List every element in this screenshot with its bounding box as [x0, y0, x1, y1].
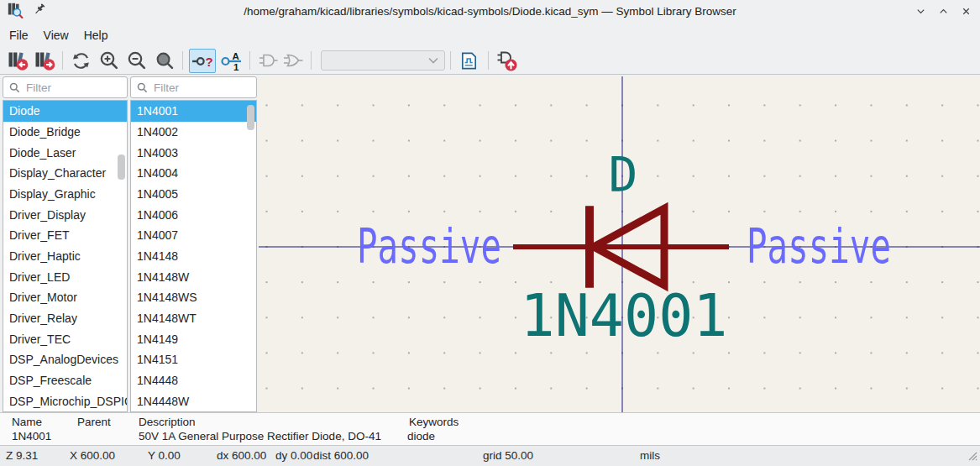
- svg-text:?: ?: [206, 54, 213, 68]
- library-filter-input[interactable]: [3, 76, 128, 98]
- zoom-out-icon: [126, 50, 148, 71]
- menu-view[interactable]: View: [36, 25, 76, 45]
- main-area: Diode Diode_Bridge Diode_Laser Display_C…: [0, 75, 980, 412]
- svg-text:1: 1: [233, 62, 239, 72]
- menu-file[interactable]: File: [2, 25, 36, 45]
- pin-numbers-icon: A 1: [220, 49, 244, 72]
- symbol-list-item[interactable]: 1N4148W: [131, 266, 256, 287]
- symbol-value: 1N4001: [521, 282, 728, 350]
- symbol-list-item[interactable]: 1N4003: [131, 142, 256, 163]
- books-right-arrow-icon: [34, 50, 56, 71]
- show-pin-electrical-type-toggle[interactable]: ?: [189, 49, 216, 73]
- info-header-parent: Parent: [77, 416, 111, 428]
- schematic-canvas[interactable]: D Passive Passive 1N4001: [259, 76, 980, 412]
- status-zoom: Z 9.31: [6, 449, 38, 462]
- zoom-out-button[interactable]: [125, 49, 149, 72]
- zoom-fit-button[interactable]: [153, 49, 176, 72]
- library-list-item[interactable]: Driver_TEC: [3, 328, 127, 349]
- menu-bar: File View Help: [0, 23, 980, 47]
- symbol-list-item[interactable]: 1N4448: [131, 370, 256, 391]
- symbol-list-item[interactable]: 1N4001: [131, 101, 256, 122]
- close-button[interactable]: [960, 6, 972, 18]
- library-list-item[interactable]: Display_Graphic: [3, 184, 127, 205]
- maximize-button[interactable]: [937, 6, 949, 18]
- symbol-list-item[interactable]: 1N4007: [131, 225, 256, 246]
- show-pin-numbers-toggle[interactable]: A 1: [220, 49, 244, 72]
- library-list-item[interactable]: Driver_LED: [3, 266, 127, 287]
- library-list-item[interactable]: Diode_Bridge: [3, 122, 127, 143]
- or-gate-icon: [281, 50, 305, 71]
- library-list-item[interactable]: Driver_FET: [3, 225, 127, 246]
- demorgan-alternate-button[interactable]: [281, 49, 305, 72]
- library-list-item[interactable]: Diode_Laser: [3, 142, 127, 163]
- status-dy: dy 0.00: [275, 449, 312, 462]
- library-list-item[interactable]: Driver_Relay: [3, 308, 127, 329]
- library-list-item[interactable]: Driver_Display: [3, 204, 127, 225]
- search-icon: [137, 81, 148, 97]
- resize-grip-icon[interactable]: [966, 449, 977, 463]
- status-dx: dx 600.00: [217, 449, 266, 462]
- add-symbol-to-schematic-button[interactable]: [495, 49, 518, 72]
- menu-help[interactable]: Help: [76, 25, 116, 45]
- refresh-button[interactable]: [69, 49, 92, 72]
- symbol-list-item[interactable]: 1N4005: [131, 184, 256, 205]
- symbol-list-scrollbar[interactable]: [247, 105, 254, 130]
- unit-selector-dropdown[interactable]: [321, 50, 445, 71]
- symbol-list-item[interactable]: 1N4448W: [131, 390, 256, 411]
- symbol-list: 1N4001 1N4002 1N4003 1N4004 1N4005 1N400…: [130, 100, 257, 412]
- zoom-in-button[interactable]: [97, 49, 121, 72]
- reference-designator: D: [609, 146, 638, 203]
- zoom-in-icon: [98, 50, 120, 71]
- minimize-button[interactable]: [914, 6, 926, 18]
- symbol-info-panel: Name Parent Description Keywords 1N4001 …: [0, 412, 980, 445]
- symbol-list-item[interactable]: 1N4148WS: [131, 287, 256, 308]
- symbol-panel: 1N4001 1N4002 1N4003 1N4004 1N4005 1N400…: [130, 76, 257, 412]
- symbol-list-item[interactable]: 1N4004: [131, 163, 256, 184]
- view-datasheet-button[interactable]: [457, 49, 480, 72]
- pin-type-label-right: Passive: [747, 217, 891, 275]
- status-bar: Z 9.31 X 600.00 Y 0.00 dx 600.00 dy 0.00…: [0, 445, 980, 466]
- info-header-name: Name: [12, 416, 42, 428]
- books-left-arrow-icon: [7, 50, 29, 71]
- symbol-filter-input[interactable]: [130, 76, 257, 98]
- search-icon: [9, 81, 20, 97]
- zoom-fit-icon: [155, 50, 176, 71]
- and-gate-icon: [256, 50, 280, 71]
- status-cursor-x: X 600.00: [70, 449, 115, 462]
- demorgan-standard-button[interactable]: [256, 49, 280, 72]
- status-grid: grid 50.00: [483, 449, 533, 462]
- info-value-description: 50V 1A General Purpose Rectifier Diode, …: [139, 430, 381, 442]
- datasheet-icon: [459, 50, 480, 71]
- library-list-item[interactable]: Driver_Motor: [3, 287, 127, 308]
- chevron-down-icon: [428, 57, 438, 64]
- export-symbol-icon: [495, 49, 518, 72]
- library-panel: Diode Diode_Bridge Diode_Laser Display_C…: [3, 76, 128, 412]
- library-list-scrollbar[interactable]: [118, 154, 125, 180]
- library-list-item[interactable]: DSP_AnalogDevices: [3, 349, 127, 370]
- symbol-list-item[interactable]: 1N4148: [131, 246, 256, 267]
- symbol-library-browser-window: /home/graham/kicad/libraries/symbols/kic…: [0, 0, 980, 466]
- svg-text:A: A: [233, 51, 239, 61]
- title-bar: /home/graham/kicad/libraries/symbols/kic…: [0, 0, 980, 23]
- library-list-item[interactable]: Diode: [3, 101, 127, 122]
- library-list-item[interactable]: Driver_Haptic: [3, 246, 127, 267]
- pin-icon[interactable]: [32, 3, 46, 20]
- status-dist: dist 600.00: [313, 449, 369, 462]
- previous-library-button[interactable]: [6, 49, 29, 72]
- symbol-list-item[interactable]: 1N4006: [131, 204, 256, 225]
- status-cursor-y: Y 0.00: [148, 449, 181, 462]
- status-units: mils: [640, 449, 660, 462]
- info-value-keywords: diode: [407, 430, 435, 442]
- next-library-button[interactable]: [33, 49, 56, 72]
- library-list-item[interactable]: DSP_Microchip_DSPIC33: [3, 390, 127, 411]
- info-header-description: Description: [139, 416, 196, 428]
- symbol-filter: [130, 76, 257, 98]
- library-list-item[interactable]: Display_Character: [3, 163, 127, 184]
- symbol-list-item[interactable]: 1N4148WT: [131, 308, 256, 329]
- symbol-list-item[interactable]: 1N4151: [131, 349, 256, 370]
- library-list-item[interactable]: DSP_Freescale: [3, 370, 127, 391]
- symbol-list-item[interactable]: 1N4002: [131, 122, 256, 143]
- library-list: Diode Diode_Bridge Diode_Laser Display_C…: [3, 100, 128, 412]
- symbol-list-item[interactable]: 1N4149: [131, 328, 256, 349]
- info-header-keywords: Keywords: [409, 416, 459, 428]
